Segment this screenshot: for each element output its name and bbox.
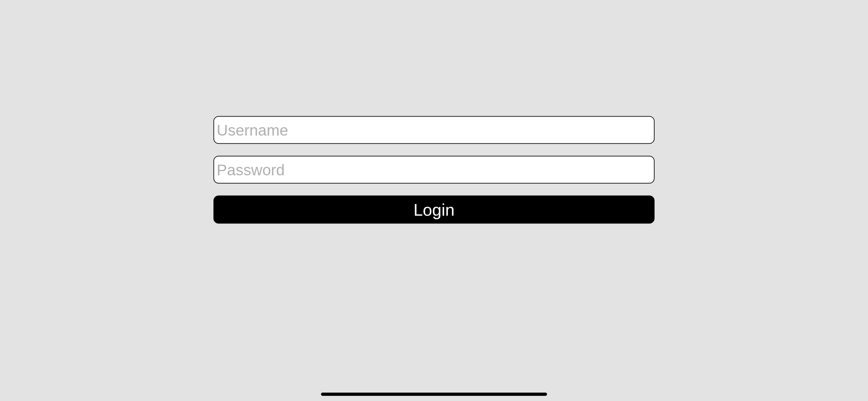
- login-form: Login: [213, 116, 655, 224]
- home-indicator[interactable]: [321, 393, 547, 396]
- username-input[interactable]: [213, 116, 655, 144]
- password-input[interactable]: [213, 156, 655, 184]
- login-button[interactable]: Login: [213, 196, 655, 224]
